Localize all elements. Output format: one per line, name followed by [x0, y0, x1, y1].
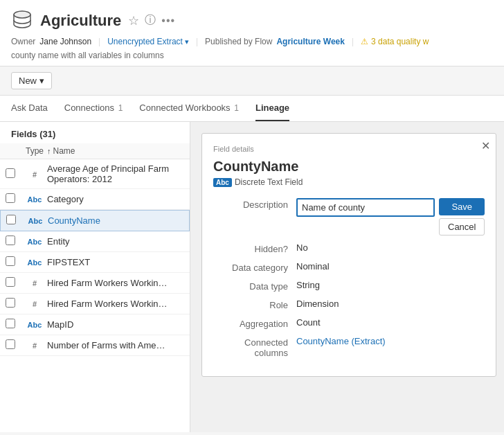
field-details-card: ✕ Field details CountyName Abc Discrete …: [201, 133, 496, 377]
table-row[interactable]: # Number of Farms with Ame…: [0, 335, 190, 356]
info-icon[interactable]: ⓘ: [145, 13, 156, 28]
field-name-label: MapID: [47, 319, 184, 330]
field-type-badge: #: [33, 341, 37, 350]
new-button[interactable]: New ▾: [11, 72, 52, 89]
field-type-badge: Abc: [28, 321, 42, 329]
data-type-row: Data type String: [213, 280, 485, 292]
svg-point-0: [14, 11, 30, 18]
field-name-label: Hired Farm Workers Workin…: [47, 299, 184, 309]
header-type-col: Type: [22, 146, 47, 156]
data-type-label: Data type: [213, 280, 296, 292]
dropdown-arrow-icon: ▾: [185, 37, 189, 46]
data-category-label: Data category: [213, 261, 296, 273]
main-content: Fields (31) Type ↑ Name # Average Age of…: [0, 122, 504, 432]
fields-table-header: Type ↑ Name: [0, 143, 190, 159]
table-row[interactable]: # Hired Farm Workers Workin…: [0, 273, 190, 294]
row-checkbox[interactable]: [6, 215, 16, 224]
description-input-row: Save Cancel: [296, 198, 485, 236]
field-name-label: Category: [47, 194, 184, 204]
field-details-type: Abc Discrete Text Field: [213, 177, 485, 187]
cancel-button[interactable]: Cancel: [439, 218, 485, 236]
tab-connected-workbooks[interactable]: Connected Workbooks 1: [139, 96, 239, 121]
field-type-badge: #: [33, 300, 37, 308]
page-title: Agriculture: [40, 12, 121, 30]
description-row: Description Save Cancel: [213, 198, 485, 236]
field-type-badge: #: [33, 279, 37, 287]
extract-badge[interactable]: Unencrypted Extract ▾: [107, 37, 189, 46]
table-row[interactable]: Abc MapID: [0, 314, 190, 335]
role-value: Dimension: [296, 299, 339, 309]
field-type-label: Discrete Text Field: [235, 177, 303, 187]
toolbar: New ▾: [0, 66, 504, 96]
field-name-label: Hired Farm Workers Workin…: [47, 278, 184, 288]
warning-icon: ⚠: [361, 37, 368, 46]
description-row: county name with all variables in column…: [11, 51, 493, 66]
table-row[interactable]: Abc CountyName: [0, 210, 190, 231]
data-category-row: Data category Nominal: [213, 261, 485, 273]
description-input-group: Save Cancel: [296, 198, 485, 236]
table-row[interactable]: Abc Category: [0, 189, 190, 210]
row-checkbox[interactable]: [6, 193, 15, 203]
row-checkbox[interactable]: [6, 168, 15, 178]
field-type-badge: #: [33, 170, 37, 179]
row-checkbox[interactable]: [6, 339, 15, 349]
owner-label: Owner: [11, 37, 35, 46]
field-type-badge: Abc: [28, 217, 43, 225]
hidden-label: Hidden?: [213, 242, 296, 254]
published-link[interactable]: Agriculture Week: [276, 37, 344, 46]
published-label: Published by Flow: [205, 37, 272, 46]
field-type-badge: Abc: [28, 238, 42, 246]
new-button-label: New: [19, 76, 37, 86]
table-row[interactable]: # Average Age of Principal Farm Operator…: [0, 159, 190, 189]
row-checkbox[interactable]: [6, 256, 15, 266]
aggregation-label: Aggregation: [213, 317, 296, 329]
header: Agriculture ☆ ⓘ ••• Owner Jane Johnson |…: [0, 0, 504, 66]
row-checkbox[interactable]: [6, 236, 15, 245]
header-name-col[interactable]: ↑ Name: [47, 146, 184, 156]
hidden-value: No: [296, 242, 308, 253]
table-row[interactable]: Abc Entity: [0, 231, 190, 252]
field-type-badge: Abc: [28, 195, 42, 204]
fields-panel: Fields (31) Type ↑ Name # Average Age of…: [0, 122, 190, 432]
field-type-badge: Abc: [213, 178, 232, 187]
header-meta: Owner Jane Johnson | Unencrypted Extract…: [11, 37, 493, 46]
star-icon[interactable]: ☆: [128, 13, 139, 28]
tabs: Ask Data Connections 1 Connected Workboo…: [0, 96, 504, 122]
field-name-label: Entity: [47, 236, 184, 247]
description-label: Description: [213, 198, 296, 210]
description-text: county name with all variables in column…: [11, 51, 164, 60]
row-checkbox[interactable]: [6, 319, 15, 328]
tab-lineage[interactable]: Lineage: [255, 96, 289, 121]
right-panel: ✕ Field details CountyName Abc Discrete …: [190, 122, 504, 432]
aggregation-value: Count: [296, 317, 321, 328]
fields-header: Fields (31): [0, 122, 190, 143]
field-name-label: Number of Farms with Ame…: [47, 340, 184, 350]
more-icon[interactable]: •••: [161, 15, 175, 27]
data-category-value: Nominal: [296, 261, 330, 272]
warning-text: 3 data quality w: [371, 37, 429, 46]
header-actions: ☆ ⓘ •••: [128, 13, 175, 28]
row-checkbox[interactable]: [6, 298, 15, 308]
table-row[interactable]: Abc FIPSTEXT: [0, 252, 190, 273]
new-button-arrow-icon: ▾: [39, 76, 44, 86]
role-row: Role Dimension: [213, 299, 485, 310]
connected-columns-label: Connected columns: [213, 336, 296, 358]
role-label: Role: [213, 299, 296, 310]
warning-badge: ⚠ 3 data quality w: [361, 37, 429, 46]
save-button[interactable]: Save: [439, 198, 485, 215]
field-name-label: FIPSTEXT: [47, 257, 184, 267]
tab-ask-data[interactable]: Ask Data: [11, 96, 48, 121]
description-input[interactable]: [296, 198, 435, 217]
field-type-badge: Abc: [28, 258, 42, 267]
owner-name: Jane Johnson: [39, 37, 91, 46]
tab-connections[interactable]: Connections 1: [64, 96, 123, 121]
close-button[interactable]: ✕: [481, 139, 490, 152]
connected-columns-value: CountyName (Extract): [296, 336, 386, 346]
description-btn-group: Save Cancel: [439, 198, 485, 236]
row-checkbox[interactable]: [6, 277, 15, 287]
table-row[interactable]: # Hired Farm Workers Workin…: [0, 294, 190, 314]
extract-label: Unencrypted Extract: [107, 37, 183, 46]
field-details-name: CountyName: [213, 159, 485, 175]
field-details-section-title: Field details: [213, 145, 485, 153]
field-name-label: CountyName: [48, 215, 183, 226]
